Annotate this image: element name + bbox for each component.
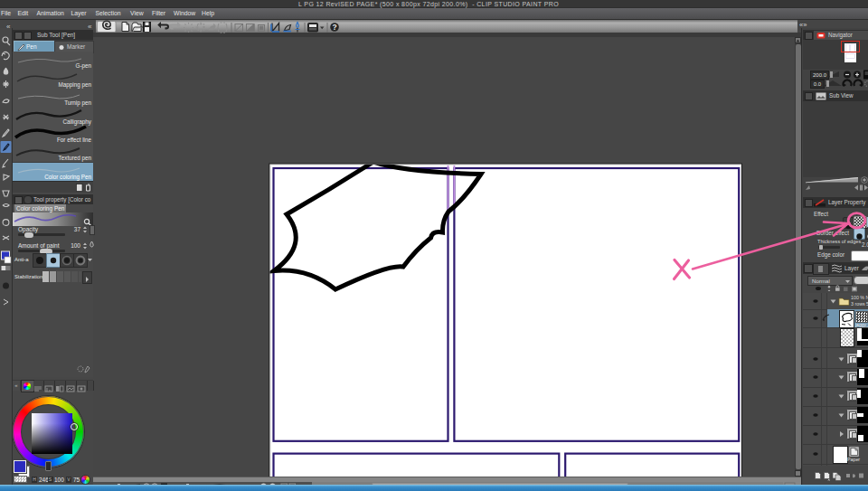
svg-text:?: ? xyxy=(332,23,336,32)
